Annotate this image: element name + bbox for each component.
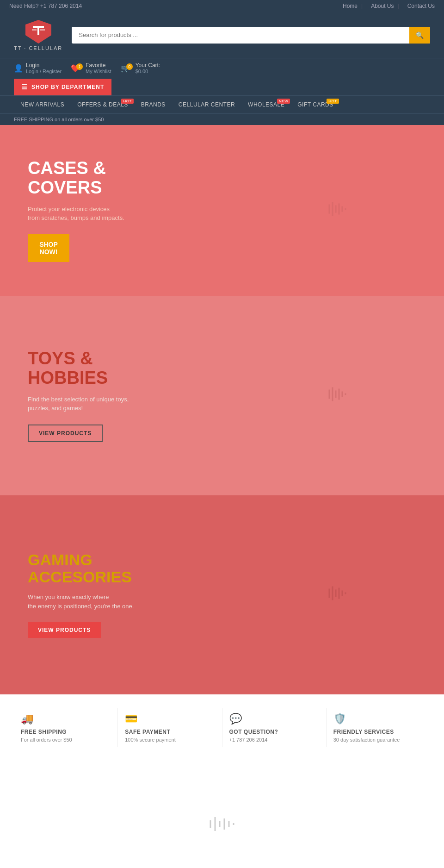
shipping-icon: 🚚 <box>21 713 111 725</box>
hero-toys-hobbies: TOYS & HOBBIES Find the best selection o… <box>0 296 444 495</box>
header-top: TT · CELLULAR 🔍 <box>14 19 430 58</box>
nav-about[interactable]: About Us <box>371 3 394 9</box>
nav-wholesale[interactable]: WHOLESALE NEW <box>241 96 291 113</box>
logo-area: TT · CELLULAR <box>14 19 62 51</box>
feature-payment-title: SAFE PAYMENT <box>125 729 215 735</box>
wishlist-sub: My Wishlist <box>86 69 111 75</box>
product-placeholder-section <box>0 761 444 868</box>
nav-offers-deals-label: OFFERS & DEALS <box>77 101 128 108</box>
feature-question-title: GOT QUESTION? <box>229 729 319 735</box>
hero-cases-covers: CASES & COVERS Protect your electronic d… <box>0 125 444 296</box>
cart-total: $0.00 <box>136 69 160 75</box>
feature-question: 💬 GOT QUESTION? +1 787 206 2014 <box>222 708 327 747</box>
hero2-subtitle-line2: puzzles, and games! <box>28 405 83 412</box>
cart-label: Your Cart: $0.00 <box>136 62 160 75</box>
waveform-center-icon <box>204 815 240 837</box>
sep1: | <box>361 3 363 9</box>
hero1-content: CASES & COVERS Protect your electronic d… <box>28 159 166 262</box>
nav-wholesale-badge: NEW <box>277 99 290 104</box>
login-sub: Login / Register <box>26 69 62 75</box>
svg-rect-2 <box>37 26 39 35</box>
cart-item[interactable]: 🛒0 Your Cart: $0.00 <box>121 62 160 75</box>
shop-by-dept-button[interactable]: ☰ SHOP BY DEPARTMENT <box>14 79 111 95</box>
cart-icon: 🛒0 <box>121 64 133 73</box>
logo-text: TT · CELLULAR <box>14 45 62 51</box>
cart-badge: 0 <box>126 63 133 70</box>
nav-new-arrivals[interactable]: NEW ARRIVALS <box>14 96 71 113</box>
login-label: Login Login / Register <box>26 62 62 75</box>
nav-new-arrivals-label: NEW ARRIVALS <box>20 101 64 108</box>
wishlist-badge: 1 <box>76 63 83 70</box>
hero2-content: TOYS & HOBBIES Find the best selection o… <box>28 349 166 442</box>
user-icon: 👤 <box>14 64 23 73</box>
search-input[interactable] <box>72 27 409 43</box>
search-button[interactable]: 🔍 <box>409 27 430 44</box>
waveform-icon-2 <box>324 385 352 406</box>
svg-rect-3 <box>32 29 37 31</box>
free-shipping-bar: FREE SHIPPING on all orders over $50 <box>0 113 444 125</box>
feature-friendly-services: 🛡️ FRIENDLY SERVICES 30 day satisfaction… <box>327 708 430 747</box>
help-phone: Need Help? +1 787 206 2014 <box>9 3 82 9</box>
cart-text: Your Cart: <box>136 62 160 69</box>
hero1-title: CASES & COVERS <box>28 159 166 198</box>
payment-icon: 💳 <box>125 713 215 725</box>
nav-bar: NEW ARRIVALS OFFERS & DEALS HOT BRANDS C… <box>0 95 444 113</box>
login-text: Login <box>26 62 62 69</box>
hero3-subtitle-line1: When you know exactly where <box>28 593 109 600</box>
dept-bar: ☰ SHOP BY DEPARTMENT <box>0 79 444 95</box>
features-section: 🚚 FREE SHIPPING For all orders over $50 … <box>0 694 444 761</box>
shop-now-button[interactable]: SHOPNOW! <box>28 234 69 262</box>
feature-payment-desc: 100% secure payment <box>125 737 215 743</box>
nav-cellular-center[interactable]: CELLULAR CENTER <box>172 96 241 113</box>
hero2-title: TOYS & HOBBIES <box>28 349 166 388</box>
waveform-icon-1 <box>324 200 352 221</box>
hero3-content: GAMING ACCESORIES When you know exactly … <box>28 551 166 638</box>
wishlist-label: Favorite My Wishlist <box>86 62 111 75</box>
waveform-icon-3 <box>324 584 352 606</box>
feature-shipping-desc: For all orders over $50 <box>21 737 111 743</box>
hero3-title: GAMING ACCESORIES <box>28 551 166 586</box>
nav-brands-label: BRANDS <box>141 101 166 108</box>
hero1-subtitle-line1: Protect your electronic devices <box>28 206 110 212</box>
nav-gift-cards-badge: HOT <box>327 99 339 104</box>
feature-shipping-title: FREE SHIPPING <box>21 729 111 735</box>
svg-rect-4 <box>40 29 45 31</box>
shield-services-icon: 🛡️ <box>333 713 423 725</box>
nav-offers-deals[interactable]: OFFERS & DEALS HOT <box>71 96 135 113</box>
feature-free-shipping: 🚚 FREE SHIPPING For all orders over $50 <box>14 708 118 747</box>
heart-icon: ❤️1 <box>71 64 83 73</box>
nav-brands[interactable]: BRANDS <box>135 96 172 113</box>
view-products-button-toys[interactable]: VIEW PRODUCTS <box>28 425 103 442</box>
hero1-subtitle-line2: from scratches, bumps and impacts. <box>28 214 124 221</box>
hero2-subtitle: Find the best selection of unique toys, … <box>28 395 166 413</box>
hero1-subtitle: Protect your electronic devices from scr… <box>28 205 166 223</box>
nav-cellular-center-label: CELLULAR CENTER <box>179 101 235 108</box>
top-bar: Need Help? +1 787 206 2014 Home | About … <box>0 0 444 12</box>
free-shipping-text: FREE SHIPPING on all orders over $50 <box>14 117 104 122</box>
top-nav: Home | About Us | Contact Us <box>338 3 435 9</box>
feature-safe-payment: 💳 SAFE PAYMENT 100% secure payment <box>118 708 222 747</box>
nav-contact[interactable]: Contact Us <box>407 3 435 9</box>
nav-home[interactable]: Home <box>343 3 358 9</box>
feature-services-desc: 30 day satisfaction guarantee <box>333 737 423 743</box>
logo-icon[interactable] <box>25 19 52 44</box>
dept-button-label: SHOP BY DEPARTMENT <box>31 84 104 90</box>
sep2: | <box>398 3 399 9</box>
hero2-subtitle-line1: Find the best selection of unique toys, <box>28 396 129 403</box>
nav-offers-badge: HOT <box>121 99 133 104</box>
wishlist-item[interactable]: ❤️1 Favorite My Wishlist <box>71 62 111 75</box>
feature-services-title: FRIENDLY SERVICES <box>333 729 423 735</box>
header: TT · CELLULAR 🔍 <box>0 12 444 58</box>
feature-question-desc: +1 787 206 2014 <box>229 737 319 743</box>
hero-gaming: GAMING ACCESORIES When you know exactly … <box>0 495 444 694</box>
question-icon: 💬 <box>229 713 319 725</box>
view-products-button-gaming[interactable]: VIEW PRODUCTS <box>28 622 101 638</box>
search-area: 🔍 <box>72 27 430 44</box>
hamburger-icon: ☰ <box>21 83 28 91</box>
wishlist-text: Favorite <box>86 62 111 69</box>
hero3-subtitle-line2: the enemy is positioned, you're the one. <box>28 603 134 610</box>
login-item[interactable]: 👤 Login Login / Register <box>14 62 62 75</box>
hero3-subtitle: When you know exactly where the enemy is… <box>28 593 166 611</box>
nav-gift-cards[interactable]: GIFT CARDS HOT <box>291 96 339 113</box>
search-box: 🔍 <box>72 27 430 44</box>
